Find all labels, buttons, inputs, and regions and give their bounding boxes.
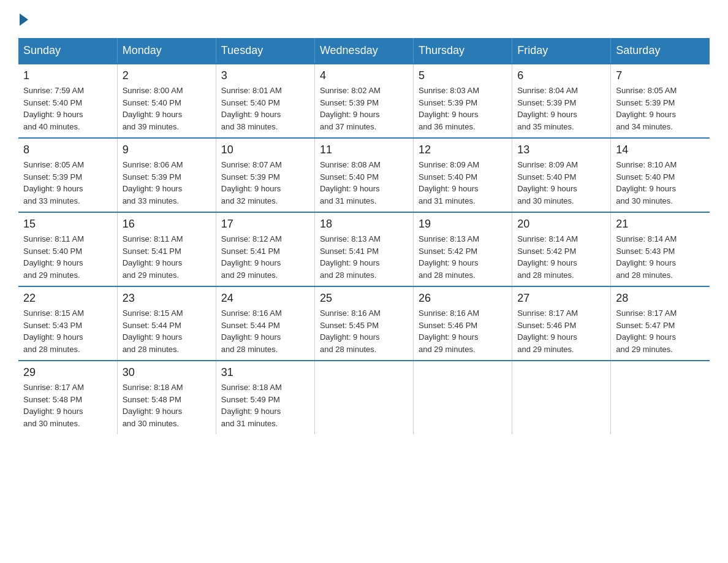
day-info: Sunrise: 8:08 AMSunset: 5:40 PMDaylight:… (320, 159, 408, 207)
calendar-cell: 30Sunrise: 8:18 AMSunset: 5:48 PMDayligh… (117, 361, 216, 434)
day-info: Sunrise: 8:16 AMSunset: 5:45 PMDaylight:… (320, 307, 408, 355)
day-number: 27 (517, 292, 605, 305)
day-info: Sunrise: 8:18 AMSunset: 5:49 PMDaylight:… (221, 381, 309, 429)
day-number: 28 (616, 292, 705, 305)
day-info: Sunrise: 8:07 AMSunset: 5:39 PMDaylight:… (221, 159, 309, 207)
day-number: 31 (221, 366, 309, 379)
day-info: Sunrise: 8:18 AMSunset: 5:48 PMDaylight:… (123, 381, 211, 429)
day-info: Sunrise: 8:04 AMSunset: 5:39 PMDaylight:… (517, 85, 605, 132)
header-monday: Monday (117, 38, 216, 64)
day-info: Sunrise: 8:15 AMSunset: 5:44 PMDaylight:… (123, 307, 211, 355)
day-number: 5 (419, 69, 507, 82)
logo-arrow-icon (20, 13, 28, 26)
calendar-cell: 7Sunrise: 8:05 AMSunset: 5:39 PMDaylight… (611, 64, 710, 138)
calendar-cell: 29Sunrise: 8:17 AMSunset: 5:48 PMDayligh… (18, 361, 117, 434)
calendar-cell: 1Sunrise: 7:59 AMSunset: 5:40 PMDaylight… (18, 64, 117, 138)
day-number: 14 (616, 144, 705, 156)
day-number: 3 (221, 69, 309, 82)
calendar-cell: 23Sunrise: 8:15 AMSunset: 5:44 PMDayligh… (117, 286, 216, 361)
calendar-cell (414, 361, 512, 434)
day-number: 9 (123, 144, 211, 156)
day-number: 25 (320, 292, 408, 305)
calendar-cell: 21Sunrise: 8:14 AMSunset: 5:43 PMDayligh… (611, 212, 710, 286)
day-info: Sunrise: 8:11 AMSunset: 5:40 PMDaylight:… (23, 233, 112, 281)
day-number: 17 (221, 218, 309, 231)
calendar-cell: 10Sunrise: 8:07 AMSunset: 5:39 PMDayligh… (216, 138, 314, 212)
day-info: Sunrise: 8:03 AMSunset: 5:39 PMDaylight:… (419, 85, 507, 132)
day-info: Sunrise: 8:02 AMSunset: 5:39 PMDaylight:… (320, 85, 408, 132)
calendar-cell: 8Sunrise: 8:05 AMSunset: 5:39 PMDaylight… (18, 138, 117, 212)
day-info: Sunrise: 8:05 AMSunset: 5:39 PMDaylight:… (616, 85, 705, 132)
calendar-cell: 19Sunrise: 8:13 AMSunset: 5:42 PMDayligh… (414, 212, 512, 286)
week-row-1: 1Sunrise: 7:59 AMSunset: 5:40 PMDaylight… (18, 64, 710, 138)
day-number: 21 (616, 218, 705, 231)
day-number: 23 (123, 292, 211, 305)
header-sunday: Sunday (18, 38, 117, 64)
day-number: 7 (616, 69, 705, 82)
day-info: Sunrise: 8:01 AMSunset: 5:40 PMDaylight:… (221, 85, 309, 132)
day-number: 10 (221, 144, 309, 156)
day-number: 26 (419, 292, 507, 305)
day-info: Sunrise: 8:14 AMSunset: 5:42 PMDaylight:… (517, 233, 605, 281)
day-number: 13 (517, 144, 605, 156)
logo (18, 12, 28, 26)
header-row: SundayMondayTuesdayWednesdayThursdayFrid… (18, 38, 710, 64)
header-thursday: Thursday (414, 38, 512, 64)
day-info: Sunrise: 8:09 AMSunset: 5:40 PMDaylight:… (517, 159, 605, 207)
header-saturday: Saturday (611, 38, 710, 64)
calendar-cell: 16Sunrise: 8:11 AMSunset: 5:41 PMDayligh… (117, 212, 216, 286)
calendar-cell (611, 361, 710, 434)
calendar-cell: 15Sunrise: 8:11 AMSunset: 5:40 PMDayligh… (18, 212, 117, 286)
day-info: Sunrise: 8:17 AMSunset: 5:47 PMDaylight:… (616, 307, 705, 355)
day-info: Sunrise: 8:17 AMSunset: 5:48 PMDaylight:… (23, 381, 112, 429)
calendar-cell: 28Sunrise: 8:17 AMSunset: 5:47 PMDayligh… (611, 286, 710, 361)
day-info: Sunrise: 8:12 AMSunset: 5:41 PMDaylight:… (221, 233, 309, 281)
day-number: 4 (320, 69, 408, 82)
calendar-cell: 25Sunrise: 8:16 AMSunset: 5:45 PMDayligh… (314, 286, 413, 361)
day-number: 12 (419, 144, 507, 156)
calendar-cell: 5Sunrise: 8:03 AMSunset: 5:39 PMDaylight… (414, 64, 512, 138)
calendar-cell: 18Sunrise: 8:13 AMSunset: 5:41 PMDayligh… (314, 212, 413, 286)
calendar-cell: 6Sunrise: 8:04 AMSunset: 5:39 PMDaylight… (512, 64, 611, 138)
calendar-cell: 20Sunrise: 8:14 AMSunset: 5:42 PMDayligh… (512, 212, 611, 286)
header-wednesday: Wednesday (314, 38, 413, 64)
calendar-body: 1Sunrise: 7:59 AMSunset: 5:40 PMDaylight… (18, 64, 710, 434)
day-number: 2 (123, 69, 211, 82)
calendar-cell: 2Sunrise: 8:00 AMSunset: 5:40 PMDaylight… (117, 64, 216, 138)
calendar-cell: 14Sunrise: 8:10 AMSunset: 5:40 PMDayligh… (611, 138, 710, 212)
calendar-cell: 26Sunrise: 8:16 AMSunset: 5:46 PMDayligh… (414, 286, 512, 361)
day-info: Sunrise: 8:10 AMSunset: 5:40 PMDaylight:… (616, 159, 705, 207)
day-number: 6 (517, 69, 605, 82)
day-info: Sunrise: 8:13 AMSunset: 5:42 PMDaylight:… (419, 233, 507, 281)
calendar-cell: 13Sunrise: 8:09 AMSunset: 5:40 PMDayligh… (512, 138, 611, 212)
day-number: 18 (320, 218, 408, 231)
day-number: 24 (221, 292, 309, 305)
day-number: 29 (23, 366, 112, 379)
day-info: Sunrise: 8:11 AMSunset: 5:41 PMDaylight:… (123, 233, 211, 281)
week-row-5: 29Sunrise: 8:17 AMSunset: 5:48 PMDayligh… (18, 361, 710, 434)
day-info: Sunrise: 8:16 AMSunset: 5:44 PMDaylight:… (221, 307, 309, 355)
calendar-cell: 12Sunrise: 8:09 AMSunset: 5:40 PMDayligh… (414, 138, 512, 212)
calendar-table: SundayMondayTuesdayWednesdayThursdayFrid… (18, 38, 710, 434)
calendar-cell (314, 361, 413, 434)
day-info: Sunrise: 8:00 AMSunset: 5:40 PMDaylight:… (123, 85, 211, 132)
day-number: 16 (123, 218, 211, 231)
day-number: 20 (517, 218, 605, 231)
day-info: Sunrise: 8:09 AMSunset: 5:40 PMDaylight:… (419, 159, 507, 207)
calendar-cell: 11Sunrise: 8:08 AMSunset: 5:40 PMDayligh… (314, 138, 413, 212)
week-row-2: 8Sunrise: 8:05 AMSunset: 5:39 PMDaylight… (18, 138, 710, 212)
calendar-cell: 9Sunrise: 8:06 AMSunset: 5:39 PMDaylight… (117, 138, 216, 212)
calendar-cell: 31Sunrise: 8:18 AMSunset: 5:49 PMDayligh… (216, 361, 314, 434)
day-info: Sunrise: 8:16 AMSunset: 5:46 PMDaylight:… (419, 307, 507, 355)
day-number: 11 (320, 144, 408, 156)
week-row-3: 15Sunrise: 8:11 AMSunset: 5:40 PMDayligh… (18, 212, 710, 286)
day-info: Sunrise: 8:05 AMSunset: 5:39 PMDaylight:… (23, 159, 112, 207)
calendar-header: SundayMondayTuesdayWednesdayThursdayFrid… (18, 38, 710, 64)
day-number: 1 (23, 69, 112, 82)
day-number: 15 (23, 218, 112, 231)
calendar-cell: 4Sunrise: 8:02 AMSunset: 5:39 PMDaylight… (314, 64, 413, 138)
week-row-4: 22Sunrise: 8:15 AMSunset: 5:43 PMDayligh… (18, 286, 710, 361)
day-info: Sunrise: 8:13 AMSunset: 5:41 PMDaylight:… (320, 233, 408, 281)
header-friday: Friday (512, 38, 611, 64)
day-info: Sunrise: 7:59 AMSunset: 5:40 PMDaylight:… (23, 85, 112, 132)
